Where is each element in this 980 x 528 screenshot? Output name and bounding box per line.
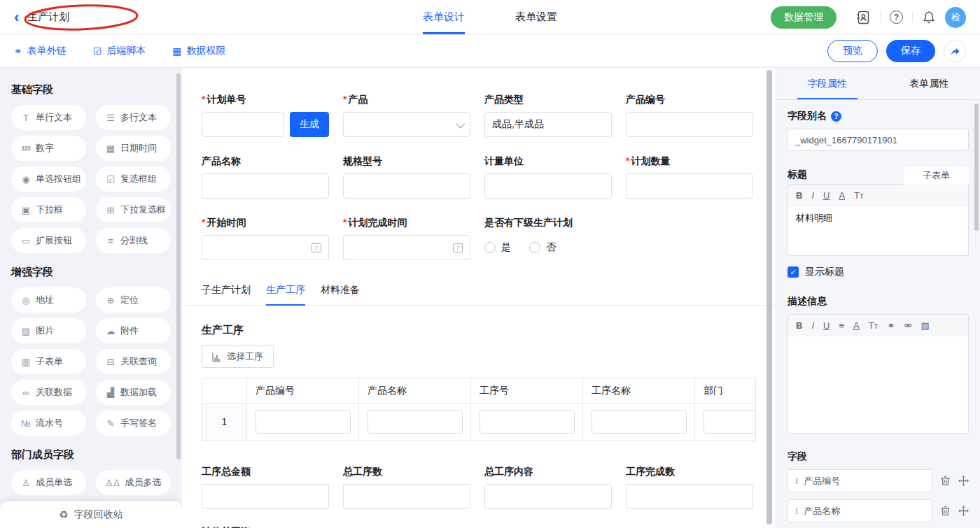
notification-bell-icon[interactable] bbox=[922, 10, 936, 24]
font-size-icon[interactable]: Tᴛ bbox=[869, 320, 878, 331]
sidebar-item-member-multi[interactable]: ♙♙成员多选 bbox=[96, 470, 171, 495]
tab-form-properties[interactable]: 表单属性 bbox=[878, 68, 980, 99]
data-manage-button[interactable]: 数据管理 bbox=[771, 6, 836, 29]
align-icon[interactable]: ≡ bbox=[839, 320, 844, 331]
sidebar-scrollbar[interactable] bbox=[176, 73, 181, 459]
bold-icon[interactable]: B bbox=[796, 320, 802, 331]
move-field-icon[interactable] bbox=[958, 506, 969, 516]
tab-form-design[interactable]: 表单设计 bbox=[423, 0, 465, 34]
panel-scrollbar[interactable] bbox=[974, 104, 979, 231]
sidebar-item-data-load[interactable]: ▟数据加载 bbox=[96, 380, 171, 405]
product-select[interactable] bbox=[343, 112, 470, 137]
start-time-input[interactable]: 7 bbox=[202, 235, 329, 260]
link-icon[interactable]: ⚭ bbox=[888, 320, 895, 331]
canvas-scrollbar[interactable] bbox=[766, 70, 772, 525]
plan-quantity-input[interactable] bbox=[626, 173, 753, 199]
alias-label: 字段别名 ? bbox=[788, 110, 969, 122]
unit-input[interactable] bbox=[484, 173, 612, 199]
title-editor-body[interactable]: 材料明细 bbox=[788, 206, 968, 255]
sidebar-item-serial-number[interactable]: №流水号 bbox=[11, 411, 86, 436]
sidebar-item-address[interactable]: ◎地址 bbox=[11, 287, 86, 313]
cell-product-code-input[interactable] bbox=[255, 410, 351, 434]
sidebar-item-divider-line[interactable]: ≡分割线 bbox=[96, 228, 171, 253]
help-question-icon[interactable]: ? bbox=[831, 111, 841, 122]
panel-field-product-name[interactable]: I 产品名称 bbox=[788, 499, 932, 522]
product-type-input[interactable]: 成品,半成品 bbox=[484, 112, 612, 137]
share-button[interactable] bbox=[944, 40, 966, 62]
show-title-row: ✓ 显示标题 bbox=[788, 266, 969, 278]
sidebar-item-linked-data[interactable]: ∞关联数据 bbox=[11, 380, 86, 405]
tab-sub-production-plan[interactable]: 子生产计划 bbox=[202, 277, 251, 305]
spec-model-input[interactable] bbox=[343, 173, 470, 199]
help-icon[interactable]: ? bbox=[890, 10, 903, 24]
cell-department-input[interactable] bbox=[704, 410, 755, 434]
backend-script-link[interactable]: ☑ 后端脚本 bbox=[93, 45, 146, 57]
sidebar-item-extend-button[interactable]: ▭扩展按钮 bbox=[11, 228, 86, 253]
sidebar-item-signature[interactable]: ✎手写签名 bbox=[96, 411, 171, 436]
total-process-content-input[interactable] bbox=[484, 484, 612, 509]
cell-process-no-input[interactable] bbox=[479, 410, 575, 434]
divider-line-icon: ≡ bbox=[105, 236, 115, 246]
italic-icon[interactable]: I bbox=[811, 190, 814, 201]
sidebar-item-subform[interactable]: ▥子表单 bbox=[11, 349, 86, 374]
tab-field-properties[interactable]: 字段属性 bbox=[776, 68, 878, 99]
italic-icon[interactable]: I bbox=[811, 320, 814, 331]
underline-icon[interactable]: U bbox=[823, 320, 830, 331]
font-color-icon[interactable]: A bbox=[853, 320, 860, 331]
plan-number-input[interactable] bbox=[202, 112, 284, 137]
font-color-icon[interactable]: A bbox=[839, 190, 845, 201]
select-process-button[interactable]: 选择工序 bbox=[202, 345, 274, 368]
process-done-count-input[interactable] bbox=[626, 484, 753, 509]
sidebar-item-location[interactable]: ⊕定位 bbox=[96, 287, 171, 313]
cell-product-name-input[interactable] bbox=[368, 410, 463, 434]
preview-button[interactable]: 预览 bbox=[827, 40, 878, 62]
generate-button[interactable]: 生成 bbox=[290, 112, 329, 137]
sidebar-item-checkbox-group[interactable]: ☑复选框组 bbox=[96, 166, 171, 192]
bold-icon[interactable]: B bbox=[796, 190, 802, 201]
radio-no[interactable]: 否 bbox=[529, 241, 556, 254]
tab-material-preparation[interactable]: 材料准备 bbox=[321, 277, 360, 305]
tab-production-process[interactable]: 生产工序 bbox=[266, 277, 305, 305]
user-avatar[interactable]: 检 bbox=[945, 7, 966, 28]
radio-yes[interactable]: 是 bbox=[484, 241, 511, 254]
divider bbox=[846, 12, 846, 22]
data-load-chart-icon: ▟ bbox=[105, 387, 115, 398]
finish-time-input[interactable]: 7 bbox=[343, 235, 470, 260]
insert-image-icon[interactable]: ▧ bbox=[920, 320, 929, 331]
sidebar-item-single-line-text[interactable]: T单行文本 bbox=[11, 105, 86, 130]
data-permission-link[interactable]: ▦ 数据权限 bbox=[172, 45, 225, 57]
sidebar-item-datetime[interactable]: ▦日期时间 bbox=[96, 136, 171, 161]
panel-field-product-code[interactable]: I 产品编号 bbox=[788, 469, 932, 492]
process-total-amount-input[interactable] bbox=[202, 484, 329, 509]
product-name-input[interactable] bbox=[202, 173, 329, 199]
alias-input[interactable] bbox=[788, 129, 969, 151]
sidebar-item-attachment[interactable]: ☁附件 bbox=[96, 318, 171, 343]
contacts-book-icon[interactable] bbox=[855, 10, 871, 25]
cell-process-name-input[interactable] bbox=[592, 410, 687, 434]
sidebar-item-radio-group[interactable]: ◉单选按钮组 bbox=[11, 166, 86, 192]
sidebar-item-image[interactable]: ▨图片 bbox=[11, 318, 86, 343]
sidebar-item-number[interactable]: 123数字 bbox=[11, 136, 86, 161]
sidebar-item-member-single[interactable]: ♙成员单选 bbox=[11, 470, 86, 495]
sidebar-item-multi-line-text[interactable]: ☰多行文本 bbox=[96, 105, 171, 130]
move-field-icon[interactable] bbox=[958, 476, 969, 486]
total-process-count-input[interactable] bbox=[343, 484, 470, 509]
signature-pen-icon: ✎ bbox=[105, 418, 115, 429]
font-size-icon[interactable]: Tᴛ bbox=[854, 190, 864, 201]
delete-field-icon[interactable] bbox=[940, 506, 951, 516]
form-external-link[interactable]: ⚭ 表单外链 bbox=[14, 45, 66, 57]
underline-icon[interactable]: U bbox=[823, 190, 830, 201]
sidebar-item-multi-dropdown[interactable]: ⊞下拉复选框 bbox=[96, 197, 171, 222]
sidebar-item-linked-query[interactable]: ⊟关联查询 bbox=[96, 349, 171, 374]
delete-field-icon[interactable] bbox=[940, 476, 951, 486]
product-code-input[interactable] bbox=[626, 112, 753, 137]
description-editor-body[interactable] bbox=[788, 336, 968, 433]
checkbox-checked-icon[interactable]: ✓ bbox=[788, 266, 799, 278]
field-recycle-bin[interactable]: ♻ 字段回收站 bbox=[0, 501, 182, 528]
unlink-icon[interactable]: ⚮ bbox=[904, 320, 911, 331]
section-title-basic-fields: 基础字段 bbox=[11, 83, 171, 97]
tab-form-settings[interactable]: 表单设置 bbox=[515, 0, 557, 34]
save-button[interactable]: 保存 bbox=[886, 40, 935, 62]
back-icon[interactable]: ‹ bbox=[14, 10, 19, 25]
sidebar-item-dropdown[interactable]: ▣下拉框 bbox=[11, 197, 86, 222]
